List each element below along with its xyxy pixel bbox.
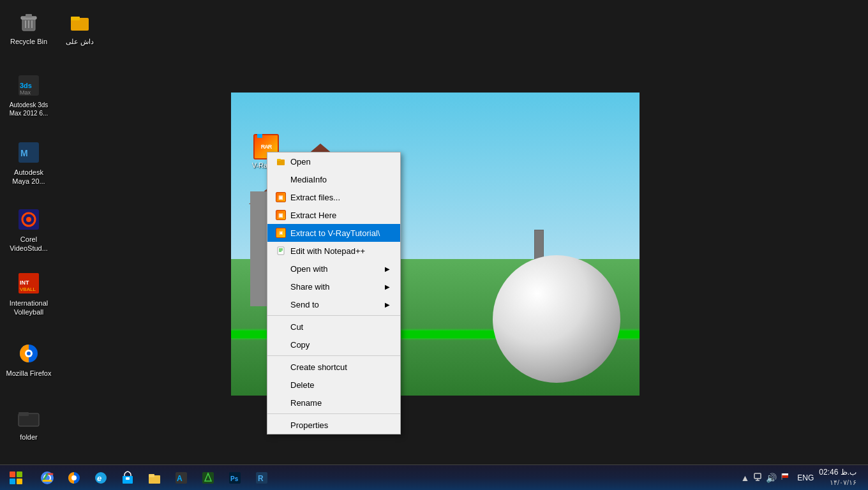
desktop: Recycle Bin داش علی 3ds Max Autodesk 3ds… [0, 0, 868, 490]
scene-ball [493, 255, 620, 383]
logo-quad-red [10, 471, 15, 477]
tray-volume-icon[interactable]: 🔊 [766, 473, 777, 483]
start-button[interactable] [0, 465, 32, 491]
send-to-icon [275, 299, 287, 310]
extract-files-icon: ▣ [275, 191, 287, 203]
context-menu-edit-notepad[interactable]: Edit with Notepad++ [267, 242, 400, 260]
firefox-icon [16, 341, 41, 366]
separator-2 [267, 355, 400, 356]
svg-text:3ds: 3ds [20, 82, 32, 89]
context-menu-share-with[interactable]: Share with ▶ [267, 278, 400, 295]
context-menu-mediainfo[interactable]: MediaInfo [267, 170, 400, 188]
tray-date: ۱۴/۰۷/۱۶ [830, 478, 857, 487]
share-with-arrow: ▶ [385, 283, 390, 290]
svg-point-15 [26, 217, 31, 222]
svg-rect-40 [149, 474, 154, 477]
context-menu-copy[interactable]: Copy [267, 336, 400, 353]
svg-text:e: e [97, 473, 101, 483]
tray-time: 02:46 ب.ظ [819, 467, 857, 478]
taskbar-art[interactable] [195, 465, 221, 491]
taskbar-ie[interactable]: e [88, 465, 114, 491]
tray-flag-icon[interactable] [781, 472, 789, 483]
desktop-icon-volleyball[interactable]: INT VBALL International Volleyball [3, 268, 54, 320]
svg-text:VBALL: VBALL [20, 286, 36, 292]
folder-label: folder [20, 433, 38, 442]
windows-logo [10, 471, 22, 484]
svg-text:Ps: Ps [230, 475, 239, 482]
desktop-icon-corel[interactable]: Corel VideoStud... [3, 204, 54, 256]
taskbar-explorer[interactable] [142, 465, 167, 491]
desktop-icon-folder[interactable]: folder [3, 402, 54, 444]
system-tray: ▲ 🔊 ENG [740, 465, 868, 491]
svg-rect-2 [26, 14, 32, 17]
context-menu-extract-files[interactable]: ▣ Extract files... [267, 188, 400, 206]
notepad-icon [275, 245, 287, 256]
maya-label: Autodesk Maya 20... [6, 168, 52, 186]
svg-rect-48 [754, 473, 761, 479]
open-with-icon [275, 263, 287, 274]
context-menu-rename[interactable]: Rename [267, 394, 400, 412]
tray-network-icon[interactable] [753, 472, 762, 483]
dash-label: داش علی [66, 37, 94, 46]
tray-expand-icon[interactable]: ▲ [740, 473, 749, 483]
rename-icon [275, 397, 287, 408]
svg-point-34 [71, 475, 77, 480]
svg-text:R: R [258, 474, 264, 483]
desktop-icon-dash[interactable]: داش علی [54, 6, 105, 48]
maya-icon: M [16, 140, 41, 165]
volleyball-icon: INT VBALL [16, 271, 41, 296]
svg-text:A: A [177, 474, 183, 483]
taskbar-store[interactable] [115, 465, 140, 491]
tray-clock[interactable]: 02:46 ب.ظ ۱۴/۰۷/۱۶ [819, 467, 857, 487]
separator-1 [267, 315, 400, 316]
context-menu-open[interactable]: Open [267, 152, 400, 170]
dash-folder-icon [67, 9, 93, 34]
mediainfo-icon [275, 174, 287, 185]
recycle-bin-icon [16, 9, 41, 34]
context-menu-extract-to[interactable]: ▣ Extract to V-RayTutorial\ [267, 224, 400, 242]
logo-quad-green [17, 471, 22, 477]
desktop-icon-firefox[interactable]: Mozilla Firefox [3, 338, 54, 380]
3dsmax-icon: 3ds Max [16, 73, 41, 98]
taskbar-firefox[interactable] [61, 465, 87, 491]
taskbar-autodesk[interactable]: A [168, 465, 194, 491]
context-menu-open-with[interactable]: Open with ▶ [267, 260, 400, 278]
extract-to-icon: ▣ [275, 227, 287, 239]
rar-small-icon2: ▣ [276, 210, 286, 220]
svg-text:M: M [20, 148, 28, 158]
taskbar-icon-list: e A [32, 465, 274, 491]
firefox-label: Mozilla Firefox [6, 369, 52, 378]
3dsmax-label: Autodesk 3ds Max 2012 6... [6, 101, 52, 117]
svg-rect-23 [19, 412, 29, 416]
open-icon [275, 156, 287, 167]
svg-rect-38 [126, 477, 130, 480]
context-menu-properties[interactable]: Properties [267, 416, 400, 434]
extract-here-icon: ▣ [275, 209, 287, 221]
desktop-icon-recycle-bin[interactable]: Recycle Bin [3, 6, 54, 48]
send-to-arrow: ▶ [385, 301, 390, 308]
tray-language[interactable]: ENG [797, 473, 814, 482]
tray-icon-list: ▲ 🔊 [740, 472, 789, 483]
svg-rect-26 [278, 247, 284, 255]
share-with-icon [275, 281, 287, 292]
rar-small-icon: ▣ [276, 192, 286, 202]
show-desktop-button[interactable] [859, 465, 863, 491]
context-menu-extract-here[interactable]: ▣ Extract Here [267, 206, 400, 224]
desktop-icon-maya[interactable]: M Autodesk Maya 20... [3, 137, 54, 189]
svg-point-21 [27, 352, 31, 355]
properties-icon [275, 419, 287, 431]
taskbar-photoshop[interactable]: Ps [222, 465, 248, 491]
separator-3 [267, 413, 400, 414]
corel-label: Corel VideoStud... [6, 235, 52, 253]
open-with-arrow: ▶ [385, 265, 390, 272]
context-menu-delete[interactable]: Delete [267, 376, 400, 394]
taskbar-revit[interactable]: R [249, 465, 274, 491]
taskbar: e A [0, 464, 868, 490]
context-menu-create-shortcut[interactable]: Create shortcut [267, 358, 400, 376]
desktop-icon-3dsmax[interactable]: 3ds Max Autodesk 3ds Max 2012 6... [3, 70, 54, 120]
copy-icon [275, 339, 287, 350]
context-menu-cut[interactable]: Cut [267, 318, 400, 336]
taskbar-chrome[interactable] [34, 465, 60, 491]
recycle-bin-label: Recycle Bin [10, 37, 47, 46]
context-menu-send-to[interactable]: Send to ▶ [267, 295, 400, 313]
